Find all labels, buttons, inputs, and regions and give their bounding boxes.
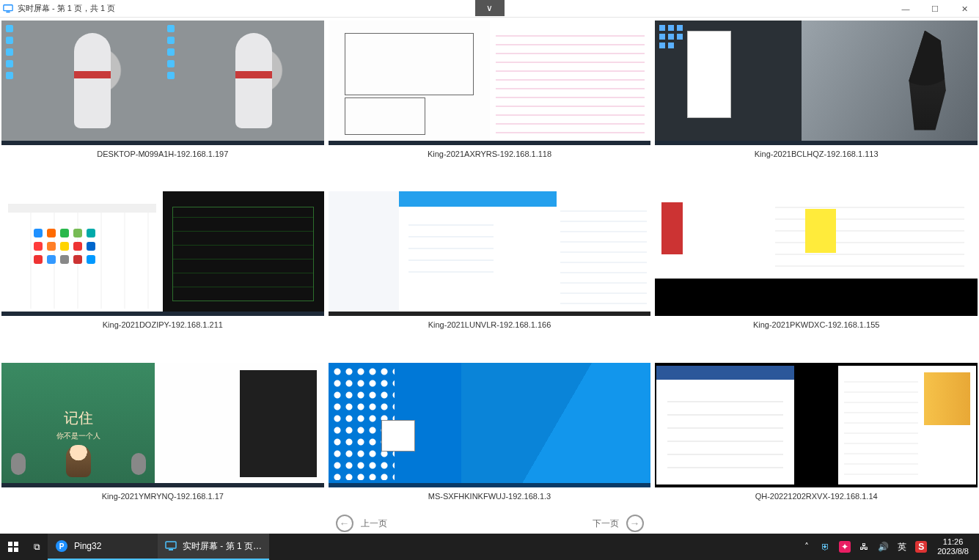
svg-rect-2	[8, 542, 12, 546]
screen-thumbnail[interactable]	[329, 191, 651, 316]
screen-cell: King-2021AXRYRS-192.168.1.118	[329, 21, 651, 188]
screen-cell: King-2021BCLHQZ-192.168.1.113	[655, 21, 978, 188]
screen-cell: QH-20221202RXVX-192.168.1.14	[655, 363, 978, 531]
screen-label: MS-SXFHKINKFWUJ-192.168.1.3	[329, 487, 651, 506]
svg-rect-3	[14, 542, 18, 546]
screen-label: King-2021LUNVLR-192.168.1.166	[329, 316, 651, 335]
tray-overflow-icon[interactable]: ˄	[801, 541, 813, 553]
taskbar-app-ping32-label: Ping32	[74, 541, 101, 551]
taskview-button[interactable]: ⧉	[26, 534, 48, 560]
close-button[interactable]: ✕	[950, 0, 979, 18]
tray-shield-icon[interactable]: ⛨	[820, 541, 832, 553]
svg-text:P: P	[59, 542, 65, 550]
svg-rect-8	[166, 542, 176, 548]
dropdown-button[interactable]: ∨	[475, 0, 505, 16]
window-controls: — ☐ ✕	[891, 0, 979, 18]
screen-label: King-2021DOZIPY-192.168.1.211	[1, 316, 324, 335]
taskbar-app-realtime[interactable]: 实时屏幕 - 第 1 页…	[158, 534, 269, 560]
screen-cell: King-2021LUNVLR-192.168.1.166	[329, 191, 651, 359]
windows-icon	[7, 541, 19, 553]
screen-grid-container: DESKTOP-M099A1H-192.168.1.197King-2021AX…	[0, 18, 979, 534]
minimize-button[interactable]: —	[891, 0, 920, 18]
chevron-down-icon: ∨	[486, 3, 493, 13]
prev-page-label: 上一页	[361, 517, 387, 530]
monk-big-text: 记住	[56, 408, 100, 428]
screen-thumbnail[interactable]	[655, 191, 978, 316]
arrow-left-icon: ←	[336, 515, 353, 532]
svg-rect-5	[14, 548, 18, 552]
next-page-button[interactable]: 下一页 →	[593, 515, 644, 532]
tray-sogou-icon[interactable]: S	[915, 541, 927, 553]
tray-ime-indicator[interactable]: 英	[896, 541, 908, 553]
arrow-right-icon: →	[626, 515, 644, 532]
window-title: 实时屏幕 - 第 1 页，共 1 页	[18, 3, 115, 14]
taskview-icon: ⧉	[34, 542, 40, 552]
svg-rect-0	[4, 4, 12, 10]
tray-volume-icon[interactable]: 🔊	[877, 541, 889, 553]
taskbar-clock[interactable]: 11:26 2023/8/8	[931, 537, 975, 556]
screen-label: King-2021BCLHQZ-192.168.1.113	[655, 145, 978, 164]
screen-cell: DESKTOP-M099A1H-192.168.1.197	[1, 21, 324, 188]
screen-cell: 记住你不是一个人King-2021YMRYNQ-192.168.1.17	[1, 363, 324, 531]
screen-thumbnail[interactable]	[1, 21, 324, 145]
svg-rect-4	[8, 548, 12, 552]
ping32-icon: P	[55, 539, 68, 553]
screen-thumbnail[interactable]	[655, 363, 978, 487]
system-tray: ˄ ⛨ ✦ 🖧 🔊 英 S	[796, 541, 931, 553]
taskbar-app-ping32[interactable]: P Ping32	[48, 534, 158, 560]
monk-sub-text: 你不是一个人	[56, 431, 100, 441]
screen-thumbnail[interactable]	[329, 21, 651, 145]
screen-cell: King-2021DOZIPY-192.168.1.211	[1, 191, 324, 359]
show-desktop-button[interactable]	[975, 534, 979, 560]
screen-thumbnail[interactable]	[655, 21, 978, 145]
screen-label: QH-20221202RXVX-192.168.1.14	[655, 487, 978, 506]
titlebar: 实时屏幕 - 第 1 页，共 1 页 ∨ — ☐ ✕	[0, 0, 979, 18]
svg-rect-9	[169, 549, 173, 550]
maximize-button[interactable]: ☐	[920, 0, 950, 18]
start-button[interactable]	[0, 534, 26, 560]
clock-date: 2023/8/8	[937, 547, 969, 556]
pager: ← 上一页 下一页 →	[0, 513, 979, 534]
next-page-label: 下一页	[593, 517, 619, 530]
tray-pink-icon[interactable]: ✦	[839, 541, 851, 553]
taskbar-app-realtime-label: 实时屏幕 - 第 1 页…	[183, 540, 262, 553]
screen-thumbnail[interactable]: 记住你不是一个人	[1, 363, 324, 487]
screen-grid: DESKTOP-M099A1H-192.168.1.197King-2021AX…	[1, 21, 978, 531]
screen-thumbnail[interactable]	[1, 191, 324, 316]
monitor-icon	[3, 4, 13, 14]
screen-cell: King-2021PKWDXC-192.168.1.155	[655, 191, 978, 359]
clock-time: 11:26	[937, 537, 969, 547]
prev-page-button[interactable]: ← 上一页	[336, 515, 387, 532]
screen-label: King-2021AXRYRS-192.168.1.118	[329, 145, 651, 164]
screen-thumbnail[interactable]	[329, 363, 651, 487]
tray-network-icon[interactable]: 🖧	[858, 541, 870, 553]
screen-label: King-2021YMRYNQ-192.168.1.17	[1, 487, 324, 506]
svg-rect-1	[6, 11, 10, 12]
screen-label: DESKTOP-M099A1H-192.168.1.197	[1, 145, 324, 164]
taskbar: ⧉ P Ping32 实时屏幕 - 第 1 页… ˄ ⛨ ✦ 🖧 🔊 英 S 1…	[0, 534, 979, 560]
screen-cell: MS-SXFHKINKFWUJ-192.168.1.3	[329, 363, 651, 531]
screen-label: King-2021PKWDXC-192.168.1.155	[655, 316, 978, 335]
monitor-icon	[165, 540, 177, 552]
